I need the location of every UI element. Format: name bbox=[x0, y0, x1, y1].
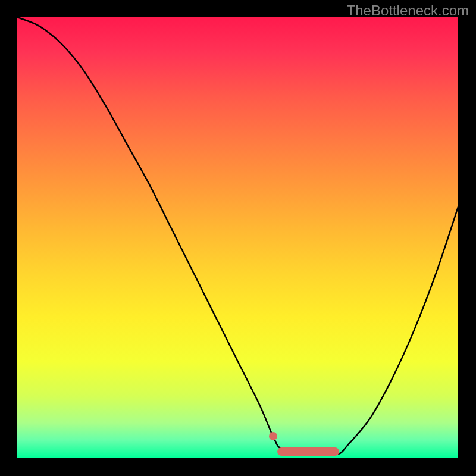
optimal-range-bar bbox=[277, 447, 339, 456]
bottleneck-curve bbox=[17, 17, 458, 458]
chart-plot-area bbox=[17, 17, 458, 458]
attribution-text: TheBottleneck.com bbox=[347, 2, 469, 19]
marker-dot bbox=[269, 432, 277, 440]
